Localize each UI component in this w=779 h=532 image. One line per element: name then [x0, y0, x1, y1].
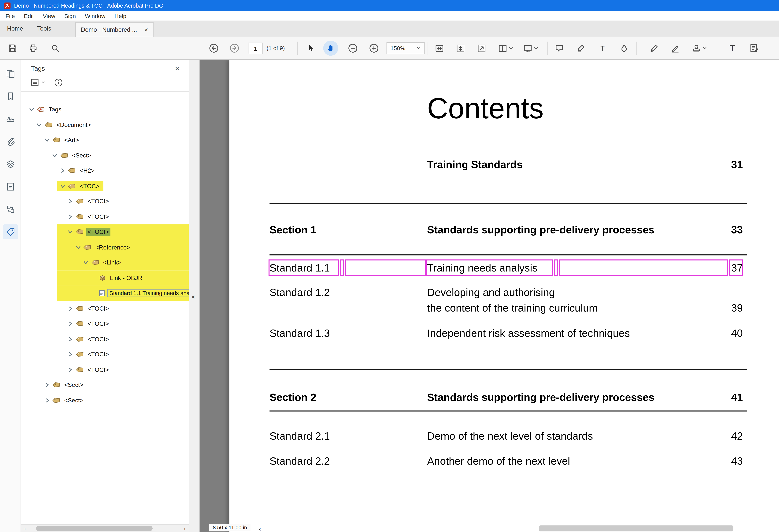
read-mode-icon[interactable] — [520, 41, 535, 56]
tags-panel-icon[interactable] — [3, 224, 18, 239]
doc-scroll-left-icon[interactable]: ‹ — [259, 526, 261, 532]
tag-node-label[interactable]: <Link> — [102, 258, 123, 267]
tag-tree-row[interactable]: <H2> — [21, 163, 189, 179]
tag-node-label[interactable]: <Document> — [55, 121, 93, 129]
expander-collapsed-icon[interactable] — [44, 398, 50, 403]
read-mode-caret-icon[interactable] — [533, 41, 539, 56]
content-panel-icon[interactable] — [3, 179, 18, 194]
tag-tree-row[interactable]: <TOCI> — [21, 194, 189, 209]
save-icon[interactable] — [5, 41, 20, 56]
edit-text-icon[interactable]: T — [725, 41, 740, 56]
page-display-caret-icon[interactable] — [508, 41, 514, 56]
tag-node-label[interactable]: <Sect> — [71, 152, 93, 159]
tag-tree-row[interactable]: Link - OBJR — [21, 270, 189, 286]
fit-width-icon[interactable] — [432, 41, 447, 56]
zoom-out-icon[interactable] — [345, 41, 360, 56]
attachments-icon[interactable] — [3, 134, 18, 149]
tab-document[interactable]: Demo - Numbered ... × — [75, 22, 154, 37]
tag-node-label[interactable]: <TOCI> — [86, 304, 110, 312]
scrollbar-thumb[interactable] — [36, 526, 153, 531]
tag-node-label[interactable]: <H2> — [78, 167, 96, 175]
expander-collapsed-icon[interactable] — [68, 336, 73, 342]
tag-node-label[interactable]: <Sect> — [63, 396, 85, 404]
expander-collapsed-icon[interactable] — [68, 321, 73, 327]
comment-icon[interactable] — [552, 41, 566, 56]
panel-splitter[interactable]: ◀ — [189, 60, 200, 532]
menu-view[interactable]: View — [38, 13, 60, 19]
tag-tree-row[interactable]: Tags — [21, 102, 189, 117]
tag-tree-row[interactable]: <TOCI> — [21, 362, 189, 377]
highlight-text-icon[interactable] — [573, 41, 588, 56]
tag-node-label[interactable]: <TOCI> — [86, 366, 110, 373]
tag-node-label[interactable]: <Art> — [63, 136, 81, 144]
collapse-panel-icon[interactable]: ◀ — [191, 295, 194, 299]
tag-node-label[interactable]: <TOCI> — [86, 320, 110, 328]
expander-collapsed-icon[interactable] — [68, 199, 73, 204]
expander-collapsed-icon[interactable] — [68, 306, 73, 311]
tag-tree-row[interactable]: <Sect> — [21, 377, 189, 393]
tag-tree-row[interactable]: <TOC> — [21, 178, 189, 194]
expander-collapsed-icon[interactable] — [44, 382, 50, 388]
tag-tree-row[interactable]: <TOCI> — [21, 301, 189, 316]
print-icon[interactable] — [25, 41, 41, 56]
tag-node-label[interactable]: <TOCI> — [86, 228, 110, 236]
menu-help[interactable]: Help — [110, 13, 131, 19]
expander-collapsed-icon[interactable] — [68, 367, 73, 372]
tag-tree-row[interactable]: Standard 1.1 Training needs ana — [21, 286, 189, 301]
tag-tree-row[interactable]: <Art> — [21, 132, 189, 148]
menu-edit[interactable]: Edit — [19, 13, 38, 19]
expander-expanded-icon[interactable] — [28, 107, 34, 112]
expander-collapsed-icon[interactable] — [60, 168, 65, 173]
tag-tree-row[interactable]: <Sect> — [21, 393, 189, 408]
previous-view-button[interactable] — [206, 41, 221, 56]
panel-horizontal-scrollbar[interactable]: ‹ › — [21, 524, 189, 532]
tag-tree-row[interactable]: <TOCI> — [21, 347, 189, 362]
fill-sign-icon[interactable] — [647, 41, 662, 56]
expander-expanded-icon[interactable] — [68, 229, 73, 235]
tag-node-label[interactable]: <Sect> — [63, 381, 85, 389]
tag-node-label[interactable]: <TOCI> — [86, 197, 110, 205]
menu-sign[interactable]: Sign — [60, 13, 80, 19]
order-panel-icon[interactable] — [3, 202, 18, 217]
signatures-icon[interactable] — [3, 111, 18, 126]
expander-expanded-icon[interactable] — [83, 260, 88, 265]
tag-tree-row[interactable]: <TOCI> — [21, 332, 189, 347]
add-text-icon[interactable]: T — [595, 41, 610, 56]
tag-tree-row[interactable]: <Sect> — [21, 148, 189, 163]
stamp-icon[interactable] — [689, 41, 704, 56]
menu-file[interactable]: File — [1, 13, 19, 19]
tag-node-label[interactable]: <TOCI> — [86, 335, 110, 343]
menu-window[interactable]: Window — [80, 13, 110, 19]
certificate-sign-icon[interactable] — [668, 41, 682, 56]
expander-expanded-icon[interactable] — [60, 183, 65, 189]
tag-tree-row[interactable]: <Link> — [21, 255, 189, 271]
stamp-caret-icon[interactable] — [702, 41, 708, 56]
tab-home[interactable]: Home — [0, 20, 30, 37]
tag-node-label[interactable]: Tags — [47, 106, 63, 113]
hand-tool-icon[interactable] — [323, 41, 338, 56]
tag-tree-row[interactable]: <Reference> — [21, 240, 189, 255]
zoom-in-icon[interactable] — [366, 41, 381, 56]
expander-collapsed-icon[interactable] — [68, 214, 73, 219]
fill-color-icon[interactable] — [616, 41, 632, 56]
layers-icon[interactable] — [3, 157, 18, 172]
select-tool-icon[interactable] — [303, 41, 318, 56]
tag-node-label[interactable]: <TOC> — [78, 182, 101, 190]
tag-node-label[interactable]: <TOCI> — [86, 213, 110, 221]
panel-close-icon[interactable]: × — [175, 65, 180, 72]
actual-size-icon[interactable] — [474, 41, 489, 56]
tag-tree-row[interactable]: <Document> — [21, 117, 189, 133]
scrollbar-track[interactable] — [29, 524, 181, 532]
info-icon[interactable] — [54, 78, 63, 87]
tag-node-label[interactable]: Link - OBJR — [108, 274, 144, 282]
tab-tools[interactable]: Tools — [30, 20, 58, 37]
search-icon[interactable] — [48, 41, 63, 56]
expander-expanded-icon[interactable] — [75, 245, 81, 250]
fill-sign-form-icon[interactable] — [746, 41, 761, 56]
tag-node-label[interactable]: <Reference> — [94, 243, 132, 251]
expander-expanded-icon[interactable] — [52, 153, 58, 158]
expander-expanded-icon[interactable] — [37, 122, 42, 127]
zoom-level-control[interactable]: 150% — [386, 42, 425, 54]
tag-tree-row[interactable]: <TOCI> — [21, 316, 189, 332]
expander-expanded-icon[interactable] — [44, 137, 50, 143]
